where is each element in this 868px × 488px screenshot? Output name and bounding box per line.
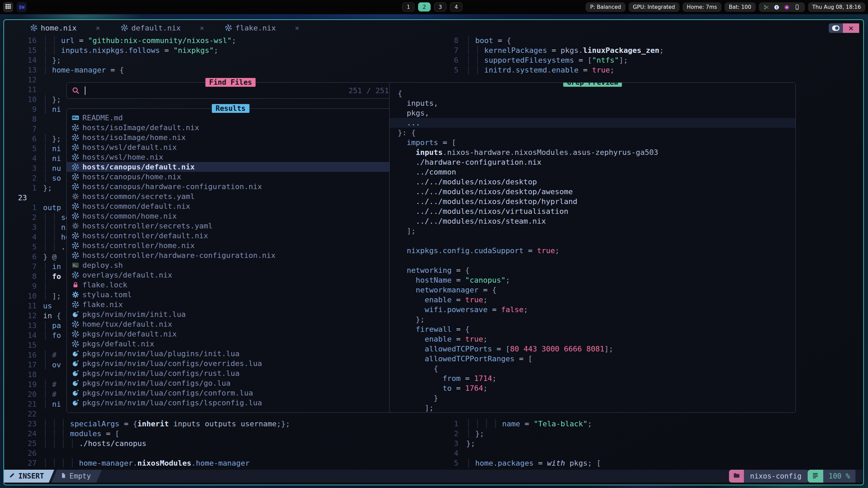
result-item[interactable]: overlays/default.nix (67, 270, 394, 280)
result-item[interactable]: hosts/common/secrets.yaml (67, 191, 394, 201)
clock-widget[interactable]: Thu Aug 08, 18:16 (808, 2, 865, 12)
editor-window: home.nix×default.nix×flake.nix× × 16│ │ … (3, 19, 864, 485)
code-line: 14│ }; (4, 55, 423, 65)
result-label: stylua.toml (82, 290, 132, 299)
code-line: allowedTCPPorts = [80 443 3000 6666 8081… (390, 344, 795, 354)
project-name: nixos-config (744, 470, 808, 483)
result-item[interactable]: stylua.toml (67, 290, 394, 300)
line-number: 12 (4, 311, 37, 321)
code-line: 7│ │ kernelPackages = pkgs.linuxPackages… (425, 45, 862, 55)
result-label: home/tux/default.nix (82, 320, 172, 328)
nix-icon (71, 143, 79, 151)
tab-flake.nix[interactable]: flake.nix× (225, 24, 299, 32)
code-line: ../../modules/nixos/desktop/hyprland (390, 197, 795, 206)
result-item[interactable]: hosts/canopus/hardware-configuration.nix (67, 182, 394, 191)
result-item[interactable]: pkgs/nvim/nvim/lua/configs/lspconfig.lua (67, 398, 394, 408)
code-line: nixpkgs.config.cudaSupport = true; (390, 246, 795, 256)
nix-icon (71, 134, 79, 142)
nix-icon (71, 340, 79, 348)
result-item[interactable]: hosts/canopus/default.nix (67, 162, 394, 172)
logo-label: $W (19, 4, 25, 10)
workspace-button-3[interactable]: 3 (434, 2, 447, 12)
network-icon[interactable] (764, 4, 769, 10)
result-label: hosts/controller/default.nix (82, 231, 208, 240)
result-item[interactable]: hosts/controller/hardware-configuration.… (67, 250, 394, 260)
result-item[interactable]: pkgs/nvim/nvim/lua/plugins/init.lua (67, 349, 394, 359)
result-item[interactable]: pkgs/nvim/nvim/lua/configs/go.lua (67, 378, 394, 388)
code-line: pkgs, (390, 108, 795, 118)
tab-home.nix[interactable]: home.nix× (31, 24, 100, 32)
nix-icon (71, 163, 79, 171)
code-line: 2│ }; (425, 429, 862, 439)
result-label: flake.nix (82, 300, 123, 309)
result-item[interactable]: pkgs/nvim/nvim/lua/configs/overrides.lua (67, 359, 394, 368)
editor-pane-right-top[interactable]: 8│ boot = {7│ │ kernelPackages = pkgs.li… (425, 36, 862, 75)
code-line: hostName = "canopus"; (390, 275, 795, 285)
line-number: 15 (4, 340, 37, 350)
result-label: hosts/canopus/default.nix (82, 163, 195, 171)
result-item[interactable]: pkgs/default.nix (67, 339, 394, 349)
code-line: ... (390, 118, 795, 128)
result-item[interactable]: hosts/canopus/home.nix (67, 172, 394, 182)
result-item[interactable]: hosts/controller/secrets.yaml (67, 221, 394, 231)
editor-pane-right-bottom[interactable]: 1│ │ │ │ name = "Tela-black";2│ };3};45│… (425, 419, 862, 468)
result-item[interactable]: hosts/wsl/home.nix (67, 152, 394, 162)
result-item[interactable]: pkgs/nvim/default.nix (67, 329, 394, 339)
line-number: 4 (4, 154, 37, 163)
result-item[interactable]: hosts/common/home.nix (67, 211, 394, 221)
gear-gray-icon (71, 192, 79, 201)
result-item[interactable]: home/tux/default.nix (67, 319, 394, 329)
result-item[interactable]: pkgs/nvim/nvim/lua/configs/conform.lua (67, 388, 394, 398)
workspace-button-2[interactable]: 2 (418, 2, 431, 12)
code-line: 5│ home.packages = with pkgs; [ (425, 458, 862, 468)
result-item[interactable]: hosts/isoImage/default.nix (67, 123, 394, 133)
result-item[interactable]: pkgs/nvim/nvim/init.lua (67, 309, 394, 319)
result-item[interactable]: README.md (67, 113, 394, 123)
toggle-switch[interactable] (829, 23, 843, 33)
nix-icon (71, 301, 79, 309)
bluetooth-icon[interactable] (774, 4, 780, 10)
lock-icon (71, 281, 79, 289)
code-line: { (390, 88, 795, 98)
result-item[interactable]: hosts/controller/default.nix (67, 231, 394, 241)
workspace-button-4[interactable]: 4 (450, 2, 462, 12)
pencil-icon (9, 472, 15, 480)
result-label: pkgs/nvim/default.nix (82, 330, 177, 338)
code-line: ../../modules/nixos/desktop (390, 177, 795, 187)
nix-icon (71, 212, 79, 220)
result-label: pkgs/nvim/nvim/lua/configs/conform.lua (82, 389, 253, 397)
logo-button[interactable]: $W (17, 2, 27, 12)
result-item[interactable]: flake.lock (67, 280, 394, 290)
result-label: hosts/common/secrets.yaml (82, 192, 195, 201)
result-item[interactable]: hosts/wsl/default.nix (67, 142, 394, 152)
result-item[interactable]: flake.nix (67, 300, 394, 309)
line-number: 4 (4, 232, 37, 242)
tab-default.nix[interactable]: default.nix× (121, 24, 204, 32)
result-item[interactable]: hosts/isoImage/home.nix (67, 133, 394, 142)
window-close-button[interactable]: × (843, 23, 859, 33)
app-launcher-button[interactable] (3, 2, 13, 12)
result-label: flake.lock (82, 281, 127, 289)
tab-close-icon[interactable]: × (200, 24, 204, 32)
find-files-title: Find Files (205, 78, 256, 87)
nix-file-icon (225, 24, 232, 31)
result-label: hosts/common/home.nix (82, 212, 177, 220)
mode-indicator: INSERT (4, 470, 54, 483)
project-label: nixos-config (750, 472, 802, 480)
results-title: Results (212, 104, 250, 113)
tab-close-icon[interactable]: × (295, 24, 299, 32)
line-number: 5 (425, 65, 458, 75)
phone-icon[interactable] (794, 4, 800, 10)
result-item[interactable]: deploy.sh (67, 260, 394, 270)
result-label: pkgs/nvim/nvim/lua/configs/overrides.lua (82, 359, 262, 368)
nix-file-icon (31, 24, 37, 31)
nix-icon (71, 330, 79, 338)
result-item[interactable]: hosts/common/default.nix (67, 201, 394, 211)
firewall-icon[interactable] (784, 4, 790, 10)
result-item[interactable]: pkgs/nvim/nvim/lua/configs/rust.lua (67, 368, 394, 378)
result-item[interactable]: hosts/controller/home.nix (67, 241, 394, 250)
line-number: 1 (425, 419, 458, 429)
tab-close-icon[interactable]: × (96, 24, 100, 32)
grep-preview-popup: Grep Preview { inputs, pkgs, ...}: { imp… (389, 82, 796, 413)
workspace-button-1[interactable]: 1 (402, 2, 415, 12)
